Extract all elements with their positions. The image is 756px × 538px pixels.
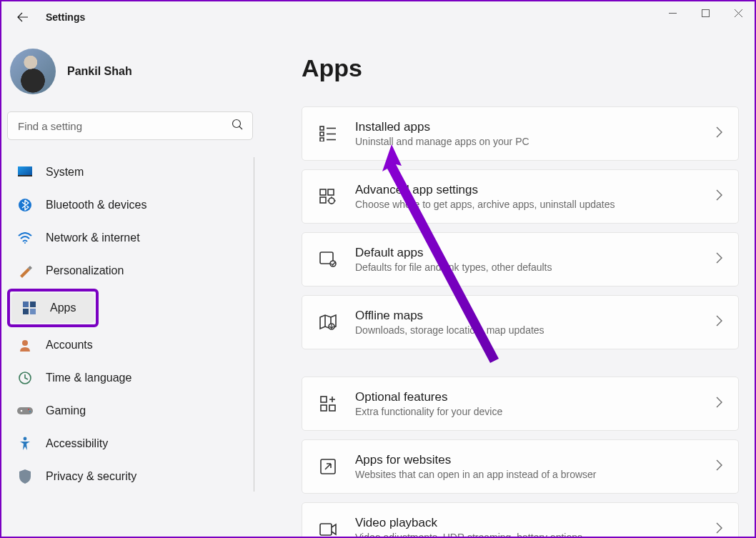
maximize-icon — [702, 9, 710, 17]
card-apps-for-websites[interactable]: Apps for websitesWebsites that can open … — [302, 439, 739, 494]
sidebar-item-label: Privacy & security — [46, 470, 136, 483]
sidebar-item-bluetooth[interactable]: Bluetooth & devices — [7, 190, 253, 220]
svg-rect-22 — [320, 126, 324, 130]
card-title: Offline maps — [355, 309, 707, 323]
svg-rect-36 — [321, 405, 327, 411]
avatar — [10, 49, 56, 94]
sidebar-item-personalization[interactable]: Personalization — [7, 256, 253, 286]
svg-rect-7 — [18, 166, 32, 176]
card-subtitle: Websites that can open in an app instead… — [355, 469, 707, 480]
sidebar-item-label: Accounts — [46, 339, 93, 352]
svg-point-15 — [22, 340, 28, 346]
window-title: Settings — [46, 11, 85, 23]
sidebar-item-label: Bluetooth & devices — [46, 199, 146, 211]
card-subtitle: Video adjustments, HDR streaming, batter… — [355, 532, 707, 537]
card-advanced-app-settings[interactable]: Advanced app settingsChoose where to get… — [302, 169, 739, 224]
accessibility-icon — [17, 436, 33, 452]
sidebar-item-accessibility[interactable]: Accessibility — [7, 429, 253, 459]
svg-point-33 — [330, 261, 336, 266]
system-icon — [17, 164, 33, 180]
nav-list: System Bluetooth & devices Network & int… — [7, 157, 253, 492]
sidebar-item-privacy[interactable]: Privacy & security — [7, 462, 253, 492]
page-title: Apps — [302, 54, 739, 82]
video-playback-icon — [318, 519, 338, 537]
profile-name: Pankil Shah — [67, 65, 132, 78]
chevron-right-icon — [716, 397, 722, 411]
sidebar-item-label: Time & language — [46, 372, 131, 384]
bluetooth-icon — [17, 197, 33, 213]
card-subtitle: Extra functionality for your device — [355, 406, 707, 417]
svg-rect-1 — [702, 9, 709, 16]
sidebar-item-accounts[interactable]: Accounts — [7, 330, 253, 360]
sidebar-item-apps[interactable]: Apps — [11, 293, 94, 323]
minimize-button[interactable] — [656, 1, 689, 24]
card-installed-apps[interactable]: Installed appsUninstall and manage apps … — [302, 106, 739, 161]
chevron-right-icon — [716, 126, 722, 141]
chevron-right-icon — [716, 189, 722, 204]
profile-block[interactable]: Pankil Shah — [7, 39, 253, 111]
sidebar-item-label: System — [46, 166, 84, 179]
sidebar-item-gaming[interactable]: Gaming — [7, 396, 253, 426]
chevron-right-icon — [716, 459, 722, 474]
annotation-highlight: Apps — [7, 289, 99, 327]
svg-point-10 — [24, 242, 26, 244]
svg-rect-37 — [329, 405, 335, 411]
card-default-apps[interactable]: Default appsDefaults for file and link t… — [302, 232, 739, 287]
main-content: Apps Installed appsUninstall and manage … — [259, 33, 755, 537]
svg-rect-30 — [320, 197, 326, 203]
svg-rect-13 — [23, 309, 29, 314]
svg-rect-17 — [17, 407, 33, 414]
search-icon — [232, 119, 243, 133]
sidebar-item-label: Apps — [50, 302, 76, 314]
svg-rect-29 — [328, 189, 334, 195]
default-apps-icon — [318, 249, 338, 269]
sidebar-item-label: Gaming — [46, 404, 86, 417]
card-subtitle: Choose where to get apps, archive apps, … — [355, 199, 707, 210]
personalization-icon — [17, 263, 33, 279]
minimize-icon — [669, 9, 677, 17]
svg-rect-12 — [30, 302, 36, 307]
sidebar-item-label: Network & internet — [46, 231, 140, 244]
svg-rect-35 — [321, 397, 327, 402]
card-title: Default apps — [355, 246, 707, 260]
svg-rect-14 — [30, 309, 36, 314]
window-controls — [656, 1, 755, 24]
sidebar-item-time-language[interactable]: Time & language — [7, 363, 253, 393]
card-title: Optional features — [355, 390, 707, 404]
svg-point-31 — [329, 198, 334, 204]
svg-rect-24 — [320, 132, 324, 136]
apps-icon — [21, 300, 37, 316]
offline-maps-icon — [318, 312, 338, 332]
card-title: Apps for websites — [355, 453, 707, 467]
search-wrap — [7, 111, 253, 140]
svg-rect-26 — [320, 138, 324, 141]
svg-rect-11 — [23, 302, 29, 307]
card-offline-maps[interactable]: Offline mapsDownloads, storage location,… — [302, 295, 739, 349]
svg-rect-8 — [18, 175, 32, 176]
shield-icon — [17, 469, 33, 484]
svg-point-21 — [24, 437, 27, 441]
card-subtitle: Defaults for file and link types, other … — [355, 261, 707, 273]
sidebar-item-system[interactable]: System — [7, 157, 253, 187]
apps-websites-icon — [318, 457, 338, 477]
svg-point-20 — [29, 411, 31, 412]
gaming-icon — [17, 403, 33, 419]
sidebar-item-network[interactable]: Network & internet — [7, 223, 253, 253]
chevron-right-icon — [716, 522, 722, 537]
close-button[interactable] — [722, 1, 755, 24]
installed-apps-icon — [318, 124, 338, 144]
card-video-playback[interactable]: Video playbackVideo adjustments, HDR str… — [302, 502, 739, 537]
accounts-icon — [17, 337, 33, 353]
card-subtitle: Downloads, storage location, map updates — [355, 324, 707, 336]
advanced-settings-icon — [318, 186, 338, 206]
card-subtitle: Uninstall and manage apps on your PC — [355, 136, 707, 147]
chevron-right-icon — [716, 315, 722, 329]
wifi-icon — [17, 230, 33, 246]
chevron-right-icon — [716, 252, 722, 266]
svg-point-18 — [21, 410, 23, 412]
maximize-button[interactable] — [689, 1, 722, 24]
back-button[interactable] — [16, 10, 30, 24]
card-title: Advanced app settings — [355, 183, 707, 197]
search-input[interactable] — [7, 111, 253, 140]
card-optional-features[interactable]: Optional featuresExtra functionality for… — [302, 377, 739, 431]
